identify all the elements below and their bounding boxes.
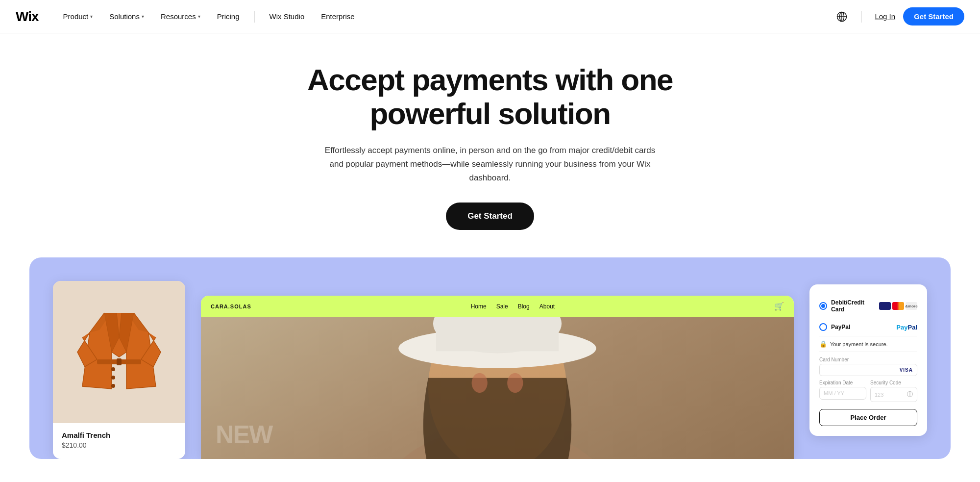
payment-fields: Card Number VISA Expiration Date MM / YY… [819, 352, 917, 426]
paypal-logo: PayPal [896, 324, 917, 331]
svg-point-7 [111, 376, 115, 380]
place-order-button[interactable]: Place Order [819, 409, 917, 426]
store-nav-links: Home Sale Blog About [267, 303, 759, 310]
mastercard-logo [892, 302, 904, 310]
store-preview: CARA.SOLAS Home Sale Blog About 🛒 [201, 296, 794, 459]
cvv-input[interactable]: 123 ⓘ [870, 387, 917, 402]
svg-rect-5 [117, 358, 122, 365]
model-illustration [201, 317, 794, 459]
nav-get-started-button[interactable]: Get Started [903, 7, 964, 25]
hero-title: Accept payments with one powerful soluti… [289, 63, 691, 131]
hero-subtitle: Effortlessly accept payments online, in … [323, 144, 657, 185]
store-nav-home[interactable]: Home [471, 303, 487, 310]
paypal-radio[interactable] [819, 323, 827, 331]
store-nav-blog[interactable]: Blog [518, 303, 530, 310]
navigation: Wix Product ▾ Solutions ▾ Resources ▾ Pr… [0, 0, 980, 33]
expiry-field: Expiration Date MM / YY [819, 380, 866, 402]
showcase-section: Amalfi Trench $210.00 CARA.SOLAS Home Sa… [29, 257, 951, 459]
cvv-field: Security Code 123 ⓘ [870, 380, 917, 402]
nav-link-enterprise[interactable]: Enterprise [314, 8, 361, 25]
hero-section: Accept payments with one powerful soluti… [0, 33, 980, 230]
secure-text: Your payment is secure. [830, 341, 888, 347]
product-card-info: Amalfi Trench $210.00 [53, 423, 185, 459]
expiry-cvv-row: Expiration Date MM / YY Security Code 12… [819, 380, 917, 402]
login-link[interactable]: Log In [875, 12, 895, 21]
nav-link-product[interactable]: Product ▾ [56, 8, 100, 25]
hero-cta-button[interactable]: Get Started [446, 203, 534, 230]
product-price: $210.00 [62, 441, 176, 449]
paypal-label: PayPal [831, 324, 892, 330]
cart-icon[interactable]: 🛒 [774, 302, 784, 311]
store-brand: CARA.SOLAS [211, 304, 251, 309]
store-nav-about[interactable]: About [539, 303, 555, 310]
nav-right: Log In Get Started [835, 7, 964, 25]
store-hero-image: NEW [201, 317, 794, 459]
coat-illustration [75, 288, 163, 416]
paypal-option[interactable]: PayPal PayPal [819, 318, 917, 336]
payment-card: Debit/Credit Card &more PayPal PayPal 🔒 … [809, 284, 927, 436]
nav-divider [254, 11, 255, 23]
debit-label: Debit/Credit Card [831, 299, 875, 313]
expiry-input[interactable]: MM / YY [819, 387, 866, 400]
nav-divider-2 [861, 11, 862, 23]
expiry-label: Expiration Date [819, 380, 866, 385]
lock-icon: 🔒 [819, 340, 827, 348]
chevron-down-icon: ▾ [142, 14, 144, 19]
globe-icon[interactable] [835, 10, 849, 24]
card-number-label: Card Number [819, 357, 917, 362]
product-image [53, 281, 185, 423]
secure-row: 🔒 Your payment is secure. [819, 336, 917, 352]
nav-link-resources[interactable]: Resources ▾ [154, 8, 207, 25]
store-nav-sale[interactable]: Sale [496, 303, 508, 310]
chevron-down-icon: ▾ [90, 14, 93, 19]
visa-logo [879, 302, 891, 310]
debit-radio[interactable] [819, 302, 827, 310]
nav-link-wix-studio[interactable]: Wix Studio [263, 8, 312, 25]
debit-credit-option[interactable]: Debit/Credit Card &more [819, 294, 917, 318]
nav-links: Product ▾ Solutions ▾ Resources ▾ Pricin… [56, 8, 835, 25]
cvv-label: Security Code [870, 380, 917, 385]
product-card: Amalfi Trench $210.00 [53, 281, 185, 459]
svg-rect-14 [436, 324, 559, 351]
svg-point-6 [111, 367, 115, 371]
info-icon[interactable]: ⓘ [907, 390, 913, 399]
svg-point-16 [507, 373, 523, 393]
nav-link-pricing[interactable]: Pricing [210, 8, 246, 25]
svg-point-8 [111, 384, 115, 388]
nav-link-solutions[interactable]: Solutions ▾ [102, 8, 151, 25]
store-hero-text: NEW [216, 420, 272, 449]
more-logo: &more [906, 302, 917, 310]
card-number-field: Card Number VISA [819, 357, 917, 376]
product-name: Amalfi Trench [62, 431, 176, 439]
chevron-down-icon: ▾ [198, 14, 200, 19]
visa-badge: VISA [900, 367, 913, 373]
wix-logo[interactable]: Wix [16, 9, 39, 25]
svg-point-15 [472, 373, 488, 393]
card-number-input[interactable]: VISA [819, 364, 917, 376]
store-navbar: CARA.SOLAS Home Sale Blog About 🛒 [201, 296, 794, 317]
card-logos: &more [879, 302, 917, 310]
